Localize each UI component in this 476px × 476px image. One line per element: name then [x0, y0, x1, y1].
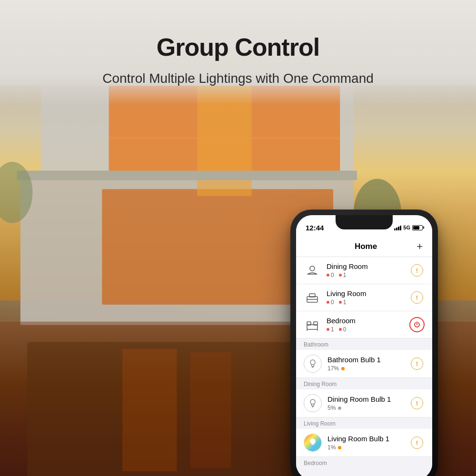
svg-point-28 — [310, 399, 315, 404]
livingroom-bulb-action[interactable]: ! — [409, 435, 425, 450]
section-bathroom: Bathroom — [296, 338, 432, 350]
bedroom-offline-count: 1 — [327, 326, 334, 333]
svg-rect-14 — [122, 349, 177, 471]
alert-icon-diningroom-bulb: ! — [411, 397, 423, 409]
bathroom-bulb1-status: 17% — [327, 365, 409, 372]
phone-outer: 12:44 5G — [290, 209, 438, 476]
room-list: Dining Room 0 1 — [296, 257, 432, 338]
bedroom-icon — [304, 316, 321, 333]
bathroom-bulb1-name: Bathroom Bulb 1 — [327, 356, 409, 364]
sub-title: Control Multiple Lightings with One Comm… — [102, 71, 374, 86]
status-dot-orange — [338, 446, 341, 449]
status-dot-gray — [338, 407, 341, 410]
page-wrapper: Group Control Control Multiple Lightings… — [0, 0, 476, 476]
room-item-living[interactable]: Living Room 0 1 — [296, 284, 432, 311]
phone-notch — [336, 215, 393, 229]
battery-icon — [412, 225, 423, 230]
dining-room-info: Dining Room 0 1 — [327, 262, 409, 278]
device-bathroom-bulb1[interactable]: Bathroom Bulb 1 17% ! — [296, 350, 432, 378]
livingroom-bulb-icon — [304, 434, 322, 452]
living-room-name: Living Room — [327, 289, 409, 298]
signal-bars — [394, 225, 401, 230]
living-room-action[interactable]: ! — [409, 290, 425, 305]
room-item-dining[interactable]: Dining Room 0 1 — [296, 257, 432, 284]
power-button-bedroom[interactable] — [409, 317, 425, 332]
svg-point-25 — [310, 360, 315, 365]
bedroom-info: Bedroom 1 0 — [327, 317, 409, 333]
status-time: 12:44 — [306, 224, 324, 232]
bathroom-bulb-action[interactable]: ! — [409, 356, 425, 371]
svg-rect-8 — [17, 171, 357, 180]
bathroom-bulb-icon — [304, 355, 322, 373]
header-section: Group Control Control Multiple Lightings… — [0, 0, 476, 105]
dining-offline-count: 0 — [327, 272, 334, 278]
living-room-icon — [304, 289, 321, 306]
signal-5g-label: 5G — [403, 225, 410, 230]
offline-dot — [327, 274, 329, 277]
dining-online-count: 1 — [339, 272, 347, 278]
living-online-count: 1 — [339, 299, 347, 306]
online-dot — [339, 301, 342, 304]
battery-fill — [413, 226, 419, 229]
livingroom-bulb1-status: 1% — [327, 444, 409, 451]
dining-room-icon — [304, 262, 321, 279]
living-room-devices: 0 1 — [327, 299, 409, 306]
room-item-bedroom[interactable]: Bedroom 1 0 — [296, 311, 432, 338]
diningroom-bulb1-name: Dining Room Bulb 1 — [327, 395, 409, 403]
bedroom-name: Bedroom — [327, 317, 409, 325]
add-button[interactable]: + — [416, 241, 423, 252]
online-dot — [339, 328, 342, 331]
app-header: Home + — [296, 236, 432, 257]
bedroom-action[interactable] — [409, 317, 425, 332]
signal-bar-2 — [396, 228, 397, 230]
section-bedroom-devices: Bedroom — [296, 457, 432, 468]
alert-icon-livingroom-bulb: ! — [411, 436, 423, 449]
dining-room-devices: 0 1 — [327, 272, 409, 278]
phone-screen: 12:44 5G — [296, 215, 432, 476]
diningroom-bulb-icon — [304, 394, 322, 412]
diningroom-bulb1-status: 5% — [327, 405, 409, 411]
bathroom-bulb1-info: Bathroom Bulb 1 17% — [327, 356, 409, 372]
section-diningroom: Dining Room — [296, 378, 432, 389]
dining-room-action[interactable]: ! — [409, 263, 425, 278]
alert-icon-living: ! — [411, 291, 423, 304]
living-room-info: Living Room 0 1 — [327, 289, 409, 306]
main-title: Group Control — [157, 33, 319, 61]
offline-dot — [327, 301, 329, 304]
app-header-title: Home — [315, 242, 416, 251]
svg-rect-15 — [190, 352, 231, 468]
status-icons: 5G — [394, 225, 423, 230]
signal-bar-3 — [398, 227, 399, 230]
device-livingroom-bulb1[interactable]: Living Room Bulb 1 1% ! — [296, 429, 432, 457]
dining-room-name: Dining Room — [327, 262, 409, 270]
online-dot — [339, 274, 342, 277]
alert-icon-bathroom-bulb: ! — [411, 357, 423, 370]
signal-bar-1 — [394, 228, 396, 230]
livingroom-bulb1-info: Living Room Bulb 1 1% — [327, 435, 409, 451]
signal-bar-4 — [400, 226, 401, 230]
alert-icon-dining: ! — [411, 264, 423, 277]
bedroom-online-count: 0 — [339, 326, 347, 333]
livingroom-bulb1-name: Living Room Bulb 1 — [327, 435, 409, 443]
status-dot — [341, 367, 345, 370]
svg-point-16 — [310, 266, 315, 271]
bedroom-devices: 1 0 — [327, 326, 409, 333]
diningroom-bulb1-info: Dining Room Bulb 1 5% — [327, 395, 409, 411]
device-diningroom-bulb1[interactable]: Dining Room Bulb 1 5% ! — [296, 389, 432, 417]
phone-mockup: 12:44 5G — [290, 209, 438, 476]
living-offline-count: 0 — [327, 299, 334, 306]
diningroom-bulb-action[interactable]: ! — [409, 396, 425, 411]
offline-dot — [327, 328, 329, 331]
section-livingroom: Living Room — [296, 417, 432, 429]
